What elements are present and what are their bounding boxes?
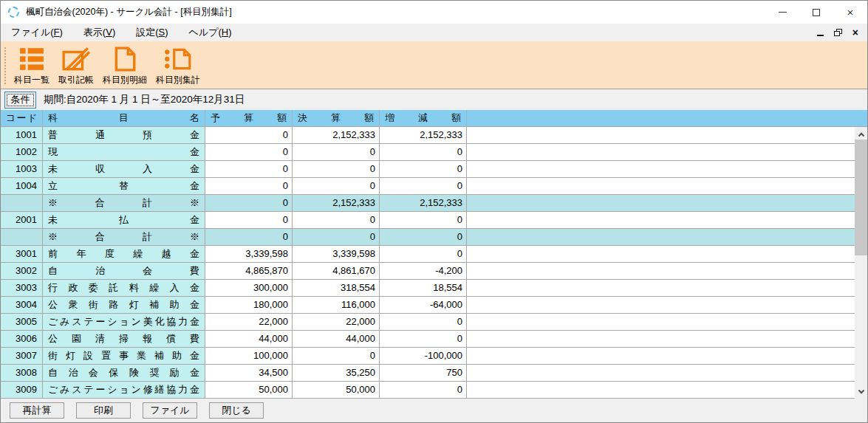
print-button[interactable]: 印刷 (76, 402, 131, 419)
toolbar-button-transaction-entry[interactable]: 取引記帳 (56, 46, 96, 87)
header-code: コード (1, 110, 43, 127)
cell-filler (467, 263, 855, 280)
cell-actual: 318,554 (293, 280, 380, 297)
maximize-icon (813, 9, 820, 16)
cell-filler (467, 348, 855, 365)
menu-view[interactable]: 表示(V) (83, 26, 115, 39)
cell-budget: 0 (205, 161, 293, 178)
table-body: 1001 普通預金 0 2,152,333 2,152,333 1002 現金 … (1, 127, 855, 399)
mdi-restore-icon[interactable] (834, 29, 842, 36)
chevron-down-icon (858, 387, 864, 393)
cell-filler (467, 280, 855, 297)
cell-name: 普通預金 (43, 127, 205, 144)
account-summary-icon (163, 47, 193, 72)
cell-name: 公園清掃報償費 (43, 331, 205, 348)
table-row[interactable]: 3001 前年度繰越金 3,339,598 3,339,598 0 (1, 246, 855, 263)
close-icon: × (847, 7, 854, 18)
file-button[interactable]: ファイル (143, 402, 197, 419)
close-view-button[interactable]: 閉じる (209, 402, 264, 419)
table-row[interactable]: 3004 公衆街路灯補助金 180,000 116,000 -64,000 (1, 297, 855, 314)
recalculate-button[interactable]: 再計算 (10, 402, 64, 419)
menu-help[interactable]: ヘルプ(H) (189, 26, 232, 39)
table-row[interactable]: 3006 公園清掃報償費 44,000 44,000 0 (1, 331, 855, 348)
cell-diff: 750 (380, 365, 467, 382)
toolbar-label: 科目一覧 (14, 74, 49, 86)
close-button[interactable]: × (833, 1, 867, 24)
vertical-scrollbar[interactable] (855, 127, 867, 399)
scrollbar-thumb[interactable] (855, 140, 867, 255)
table-row[interactable]: 1002 現金 0 0 0 (1, 144, 855, 161)
cell-filler (467, 382, 855, 399)
condition-button[interactable]: 条件 (4, 92, 36, 109)
toolbar-button-account-list[interactable]: 科目一覧 (12, 46, 52, 87)
table-row[interactable]: ※合計※ 0 2,152,333 2,152,333 (1, 195, 855, 212)
account-detail-icon (112, 47, 137, 72)
toolbar-button-account-summary[interactable]: 科目別集計 (154, 46, 202, 87)
cell-filler (467, 161, 855, 178)
app-window: 楓町自治会(2020年) - サークル会計 - [科目別集計] × ファイル(F… (0, 0, 868, 423)
cell-actual: 4,861,670 (293, 263, 380, 280)
scroll-down-button[interactable] (855, 386, 867, 399)
table-row[interactable]: 1003 未収入金 0 0 0 (1, 161, 855, 178)
cell-code: 3007 (1, 348, 43, 365)
mdi-minimize-icon[interactable] (817, 35, 824, 36)
toolbar-button-account-detail[interactable]: 科目別明細 (100, 46, 149, 87)
cell-actual: 35,250 (293, 365, 380, 382)
table-row[interactable]: 3005 ごみステーション美化協力金 22,000 22,000 0 (1, 314, 855, 331)
table-row[interactable]: 3009 ごみステーション修繕協力金 50,000 50,000 0 (1, 382, 855, 399)
cell-diff: 0 (380, 331, 467, 348)
cell-code: 2001 (1, 212, 43, 229)
cell-code (1, 195, 43, 212)
cell-name: 未払金 (43, 212, 205, 229)
cell-budget: 0 (205, 127, 293, 144)
mdi-close-icon[interactable]: × (852, 27, 858, 38)
table-row[interactable]: ※合計※ 0 0 0 (1, 229, 855, 246)
scroll-up-button[interactable] (855, 127, 867, 140)
cell-actual: 0 (293, 161, 380, 178)
cell-budget: 4,865,870 (205, 263, 293, 280)
cell-diff: 0 (380, 229, 467, 246)
scrollbar-track[interactable] (855, 140, 867, 386)
cell-diff: 2,152,333 (380, 195, 467, 212)
header-budget: 予算額 (205, 110, 293, 127)
cell-filler (467, 246, 855, 263)
cell-diff: 0 (380, 314, 467, 331)
minimize-button[interactable] (765, 1, 799, 24)
cell-diff: -100,000 (380, 348, 467, 365)
cell-filler (467, 195, 855, 212)
table-row[interactable]: 3002 自治会費 4,865,870 4,861,670 -4,200 (1, 263, 855, 280)
cell-filler (467, 297, 855, 314)
cell-diff: 0 (380, 246, 467, 263)
cell-actual: 44,000 (293, 331, 380, 348)
toolbar-label: 科目別集計 (156, 74, 200, 86)
title-bar: 楓町自治会(2020年) - サークル会計 - [科目別集計] × (1, 1, 867, 24)
table-row[interactable]: 3007 街灯設置事業補助金 100,000 0 -100,000 (1, 348, 855, 365)
cell-diff: 0 (380, 178, 467, 195)
cell-code: 1004 (1, 178, 43, 195)
cell-diff: -4,200 (380, 263, 467, 280)
app-icon (8, 7, 19, 18)
cell-budget: 0 (205, 144, 293, 161)
toolbar-label: 取引記帳 (58, 74, 94, 86)
table-row[interactable]: 1001 普通預金 0 2,152,333 2,152,333 (1, 127, 855, 144)
cell-code: 1003 (1, 161, 43, 178)
account-list-icon (18, 47, 45, 72)
cell-budget: 100,000 (205, 348, 293, 365)
cell-name: ごみステーション美化協力金 (43, 314, 205, 331)
cell-code: 3001 (1, 246, 43, 263)
table-row[interactable]: 2001 未払金 0 0 0 (1, 212, 855, 229)
cell-name: 公衆街路灯補助金 (43, 297, 205, 314)
maximize-button[interactable] (799, 1, 833, 24)
menu-file[interactable]: ファイル(F) (11, 26, 63, 39)
menu-settings[interactable]: 設定(S) (136, 26, 168, 39)
footer-bar: 再計算 印刷 ファイル 閉じる (1, 399, 867, 422)
cell-budget: 50,000 (205, 382, 293, 399)
table-row[interactable]: 3003 行政委託料繰入金 300,000 318,554 18,554 (1, 280, 855, 297)
table-row[interactable]: 1004 立替金 0 0 0 (1, 178, 855, 195)
cell-code (1, 229, 43, 246)
cell-diff: -64,000 (380, 297, 467, 314)
window-title: 楓町自治会(2020年) - サークル会計 - [科目別集計] (26, 6, 232, 18)
cell-filler (467, 212, 855, 229)
cell-filler (467, 144, 855, 161)
table-row[interactable]: 3008 自治会保険奨励金 34,500 35,250 750 (1, 365, 855, 382)
